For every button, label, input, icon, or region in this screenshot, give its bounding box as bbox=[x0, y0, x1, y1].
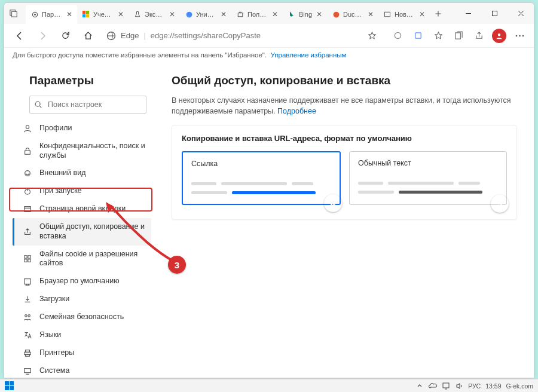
ms-icon bbox=[82, 10, 90, 19]
tray-onedrive-icon[interactable] bbox=[429, 382, 437, 390]
tab-bing[interactable]: Bing ✕ bbox=[283, 5, 327, 24]
address-url: edge://settings/shareCopyPaste bbox=[151, 31, 359, 40]
tab-copilot[interactable]: Универ ✕ bbox=[180, 5, 231, 24]
tray-chevron-icon[interactable] bbox=[415, 382, 424, 390]
titlebar: Параме ✕ Учетна ✕ Экспери ✕ Универ ✕ Пол… bbox=[4, 3, 534, 24]
page-description: В некоторых случаях назначение поддержив… bbox=[172, 96, 517, 117]
duck-icon bbox=[332, 10, 340, 19]
tab-duckduckgo[interactable]: DuckDu ✕ bbox=[327, 5, 378, 24]
tab-label: Параме bbox=[42, 11, 62, 18]
svg-rect-29 bbox=[25, 259, 27, 262]
tab-label: DuckDu bbox=[343, 11, 363, 18]
tray-language[interactable]: РУС bbox=[468, 382, 481, 390]
svg-rect-42 bbox=[10, 381, 14, 385]
browser-window: Параме ✕ Учетна ✕ Экспери ✕ Универ ✕ Пол… bbox=[4, 2, 534, 378]
settings-nav: Профили Конфиденциальность, поиск и служ… bbox=[13, 120, 151, 378]
window-controls bbox=[455, 3, 534, 24]
svg-rect-37 bbox=[25, 368, 31, 372]
tab-account[interactable]: Учетна ✕ bbox=[77, 5, 129, 24]
sidebar-item-family[interactable]: Семейная безопасность bbox=[13, 308, 151, 326]
edge-icon bbox=[106, 31, 116, 41]
tray-network-icon[interactable] bbox=[442, 382, 450, 390]
minimize-button[interactable] bbox=[455, 3, 481, 23]
tray-volume-icon[interactable] bbox=[455, 382, 463, 390]
close-icon[interactable]: ✕ bbox=[117, 10, 125, 19]
profile-button[interactable] bbox=[491, 27, 508, 44]
tab-actions-button[interactable] bbox=[4, 3, 23, 23]
svg-rect-6 bbox=[82, 14, 85, 17]
close-icon[interactable]: ✕ bbox=[418, 10, 426, 19]
favorites-icon[interactable] bbox=[430, 27, 447, 44]
svg-rect-23 bbox=[25, 151, 30, 154]
sidebar-item-downloads[interactable]: Загрузки bbox=[13, 290, 151, 308]
maximize-button[interactable] bbox=[481, 3, 508, 23]
tab-settings[interactable]: Параме ✕ bbox=[26, 5, 77, 24]
start-button[interactable] bbox=[5, 381, 14, 391]
svg-rect-4 bbox=[82, 11, 85, 14]
refresh-button[interactable] bbox=[56, 26, 75, 45]
tray-time[interactable]: 13:59 bbox=[485, 382, 501, 390]
svg-point-8 bbox=[186, 11, 192, 17]
sidebar-item-share-copy-paste[interactable]: Общий доступ, копирование и вставка bbox=[13, 218, 151, 245]
sidebar-item-cookies[interactable]: Файлы cookie и разрешения сайтов bbox=[13, 246, 151, 272]
family-icon bbox=[23, 313, 32, 322]
search-input[interactable] bbox=[29, 96, 146, 114]
svg-rect-7 bbox=[86, 14, 89, 17]
svg-rect-16 bbox=[455, 33, 460, 39]
search-icon bbox=[34, 100, 42, 109]
panel-title: Копирование и вставка URL-адреса, формат… bbox=[182, 134, 507, 143]
annotation-badge-5: 5 bbox=[491, 195, 509, 213]
newtab-icon bbox=[23, 204, 32, 214]
svg-rect-28 bbox=[28, 256, 30, 258]
sidebar-item-startup[interactable]: При запуске bbox=[13, 182, 151, 200]
svg-rect-27 bbox=[25, 256, 27, 258]
back-button[interactable] bbox=[10, 26, 29, 45]
collections-icon[interactable] bbox=[450, 27, 467, 44]
cookie-icon bbox=[23, 254, 32, 264]
close-icon[interactable]: ✕ bbox=[219, 10, 228, 19]
extensions-icon[interactable] bbox=[409, 27, 426, 44]
lock-icon bbox=[23, 146, 32, 156]
read-aloud-icon[interactable] bbox=[389, 27, 406, 44]
svg-point-19 bbox=[519, 35, 521, 36]
option-link[interactable]: Ссылка 4 bbox=[182, 151, 341, 205]
close-icon[interactable]: ✕ bbox=[168, 10, 176, 19]
tab-policies[interactable]: Полити ✕ bbox=[231, 5, 283, 24]
manage-favorites-link[interactable]: Управление избранным bbox=[271, 51, 347, 59]
system-icon bbox=[23, 366, 32, 376]
sidebar-item-profiles[interactable]: Профили bbox=[13, 120, 151, 137]
tab-experiments[interactable]: Экспери ✕ bbox=[129, 5, 180, 24]
download-icon bbox=[23, 295, 32, 304]
sidebar-item-appearance[interactable]: Внешний вид bbox=[13, 164, 151, 182]
learn-more-link[interactable]: Подробнее bbox=[277, 107, 316, 115]
close-button[interactable] bbox=[508, 3, 534, 23]
new-tab-button[interactable] bbox=[430, 4, 447, 24]
option-plain-text[interactable]: Обычный текст 5 bbox=[349, 151, 507, 205]
svg-rect-45 bbox=[443, 383, 449, 388]
svg-point-18 bbox=[515, 35, 517, 36]
tab-label: Полити bbox=[247, 11, 268, 18]
flask-icon bbox=[133, 10, 142, 19]
close-icon[interactable]: ✕ bbox=[366, 10, 375, 19]
address-prefix: Edge bbox=[121, 31, 139, 40]
sidebar-item-default-browser[interactable]: Браузер по умолчанию bbox=[13, 272, 151, 290]
tab-newtab[interactable]: Новая в ✕ bbox=[378, 5, 430, 24]
menu-button[interactable] bbox=[511, 27, 528, 44]
tab-strip: Параме ✕ Учетна ✕ Экспери ✕ Универ ✕ Пол… bbox=[23, 3, 455, 24]
close-icon[interactable]: ✕ bbox=[271, 10, 279, 19]
svg-rect-44 bbox=[10, 386, 14, 390]
sidebar-item-privacy[interactable]: Конфиденциальность, поиск и службы bbox=[13, 137, 151, 164]
appearance-icon bbox=[23, 169, 32, 178]
close-icon[interactable]: ✕ bbox=[315, 10, 323, 19]
home-button[interactable] bbox=[78, 26, 97, 45]
address-bar[interactable]: Edge | edge://settings/shareCopyPaste bbox=[101, 27, 386, 45]
close-icon[interactable]: ✕ bbox=[65, 10, 74, 19]
forward-button[interactable] bbox=[33, 26, 52, 45]
sidebar-item-newtab[interactable]: Страница новой вкладки bbox=[13, 200, 151, 218]
page-title: Общий доступ, копирование и вставка bbox=[172, 74, 517, 87]
sidebar-item-languages[interactable]: Языки bbox=[13, 326, 151, 344]
sidebar-item-printers[interactable]: Принтеры bbox=[13, 344, 151, 362]
share-icon[interactable] bbox=[470, 27, 487, 44]
favorite-icon[interactable] bbox=[363, 27, 380, 44]
sidebar-item-system[interactable]: Система bbox=[13, 362, 151, 378]
